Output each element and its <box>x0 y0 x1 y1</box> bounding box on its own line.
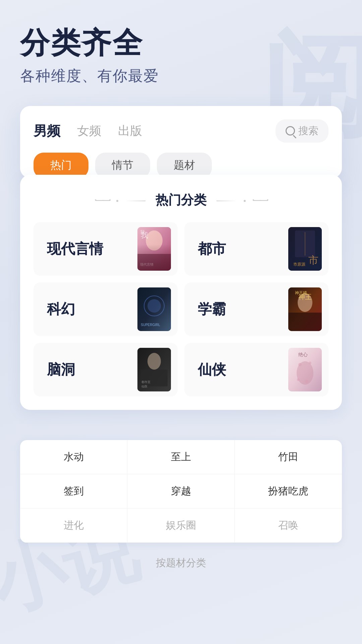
tab-publish[interactable]: 出版 <box>118 123 142 139</box>
cat-cell-zhutian[interactable]: 竹田 <box>235 440 342 474</box>
svg-text:现代言情: 现代言情 <box>140 263 154 266</box>
cat-text-zhishang: 至上 <box>171 451 191 462</box>
category-name-xueba: 学霸 <box>198 300 226 319</box>
svg-point-11 <box>147 299 161 313</box>
category-item-naodong[interactable]: 脑洞 都市至 <box>34 343 178 396</box>
cat-text-chuanyue: 穿越 <box>171 485 191 496</box>
cat-text-zhaohu: 召唤 <box>278 520 298 531</box>
cat-text-shuidong: 水动 <box>64 451 84 462</box>
theme-classify-label: 按题材分类 <box>156 557 206 568</box>
cover-image-kehuan: SUPERGIRL <box>137 287 171 331</box>
svg-text:SUPERGIRL: SUPERGIRL <box>141 323 160 327</box>
search-icon <box>286 126 295 136</box>
cat-text-zhutian: 竹田 <box>278 451 298 462</box>
svg-point-18 <box>147 353 161 370</box>
page-content: 分类齐全 各种维度、有你最爱 男频 女频 出版 搜索 热门 情节 题材 <box>0 0 362 430</box>
svg-point-27 <box>305 380 308 383</box>
svg-point-28 <box>297 378 300 381</box>
cat-cell-zhaohu[interactable]: 召唤 <box>235 508 342 543</box>
cat-cell-chuanyue[interactable]: 穿越 <box>127 474 235 508</box>
svg-text:绝心: 绝心 <box>298 352 308 357</box>
search-button[interactable]: 搜索 <box>276 119 328 143</box>
cat-cell-yulelequan[interactable]: 娱乐圈 <box>127 508 235 543</box>
category-item-kehuan[interactable]: 科幻 <box>34 282 178 336</box>
svg-text:我: 我 <box>140 229 145 235</box>
category-item-xueba[interactable]: 学霸 <box>184 282 328 336</box>
hero-section: 分类齐全 各种维度、有你最爱 <box>20 27 342 86</box>
filter-plot[interactable]: 情节 <box>95 153 150 178</box>
hot-panel-title: 热门分类 <box>34 192 328 209</box>
category-item-dushi[interactable]: 都市 市原源 <box>184 222 328 276</box>
title-deco-left <box>116 193 149 207</box>
hot-panel: 热门分类 现代言情 <box>20 175 342 410</box>
cat-text-yulelequan: 娱乐圈 <box>166 520 196 531</box>
cat-cell-banzhu[interactable]: 扮猪吃虎 <box>235 474 342 508</box>
cat-text-banzhu: 扮猪吃虎 <box>268 485 308 496</box>
cover-image-xueba: 神王婧 <box>288 287 322 331</box>
deco-line-right <box>217 201 237 201</box>
svg-point-14 <box>298 293 312 312</box>
category-row: 水动 至上 竹田 签到 穿越 扮猪吃虎 进化 娱乐圈 召唤 <box>20 440 342 543</box>
category-grid: 现代言情 <box>34 222 328 396</box>
cover-image-dushi: 市原源 <box>288 227 322 271</box>
category-name-dushi: 都市 <box>198 239 226 258</box>
category-name-xianxia: 仙侠 <box>198 360 226 379</box>
cat-cell-zhishang[interactable]: 至上 <box>127 440 235 474</box>
svg-text:都市至: 都市至 <box>141 380 150 384</box>
svg-rect-15 <box>288 313 322 331</box>
cat-text-qiandao: 签到 <box>64 485 84 496</box>
app-card: 男频 女频 出版 搜索 热门 情节 题材 <box>20 106 342 178</box>
svg-point-25 <box>298 363 302 366</box>
svg-text:仙医: 仙医 <box>141 385 147 388</box>
category-cover-kehuan: SUPERGIRL <box>137 287 171 331</box>
category-cover-dushi: 市原源 <box>288 227 322 271</box>
filter-tabs: 热门 情节 题材 <box>34 153 328 178</box>
deco-line-left <box>125 201 145 201</box>
secondary-section: 水动 至上 竹田 签到 穿越 扮猪吃虎 进化 娱乐圈 召唤 按题材分类 <box>0 430 362 593</box>
filter-hot[interactable]: 热门 <box>34 153 88 178</box>
svg-rect-19 <box>141 370 168 386</box>
svg-point-1 <box>146 230 163 251</box>
cover-image-xianxia: 绝心 <box>288 348 322 391</box>
deco-dot-right <box>244 200 246 202</box>
cat-text-jinhua: 进化 <box>64 520 84 531</box>
svg-text:市原源: 市原源 <box>293 262 305 267</box>
theme-classify-button[interactable]: 按题材分类 <box>20 543 342 583</box>
category-name-kehuan: 科幻 <box>47 300 75 319</box>
category-name-xiandai: 现代言情 <box>47 239 103 258</box>
category-item-xianxia[interactable]: 仙侠 绝心 <box>184 343 328 396</box>
hero-title: 分类齐全 <box>20 27 342 59</box>
deco-dot-left <box>116 200 118 202</box>
hot-panel-title-text: 热门分类 <box>156 192 206 209</box>
title-deco-right <box>213 193 246 207</box>
tab-female[interactable]: 女频 <box>77 123 101 139</box>
svg-text:神王婧: 神王婧 <box>295 290 307 295</box>
svg-rect-2 <box>137 254 171 271</box>
cat-cell-qiandao[interactable]: 签到 <box>20 474 127 508</box>
cat-cell-jinhua[interactable]: 进化 <box>20 508 127 543</box>
category-cover-xiandai: 我 现代言情 <box>137 227 171 271</box>
cat-cell-shuidong[interactable]: 水动 <box>20 440 127 474</box>
category-cover-xianxia: 绝心 <box>288 348 322 391</box>
hero-subtitle: 各种维度、有你最爱 <box>20 66 342 86</box>
category-name-naodong: 脑洞 <box>47 360 75 379</box>
svg-point-26 <box>309 362 311 364</box>
category-cover-xueba: 神王婧 <box>288 287 322 331</box>
tab-male[interactable]: 男频 <box>34 122 60 140</box>
cover-image-naodong: 都市至 仙医 <box>137 348 171 391</box>
tab-bar: 男频 女频 出版 搜索 <box>34 119 328 143</box>
filter-theme[interactable]: 题材 <box>157 153 212 178</box>
category-item-xiandai[interactable]: 现代言情 <box>34 222 178 276</box>
search-label: 搜索 <box>298 124 318 138</box>
category-cover-naodong: 都市至 仙医 <box>137 348 171 391</box>
cover-image-xiandai: 我 现代言情 <box>137 227 171 271</box>
